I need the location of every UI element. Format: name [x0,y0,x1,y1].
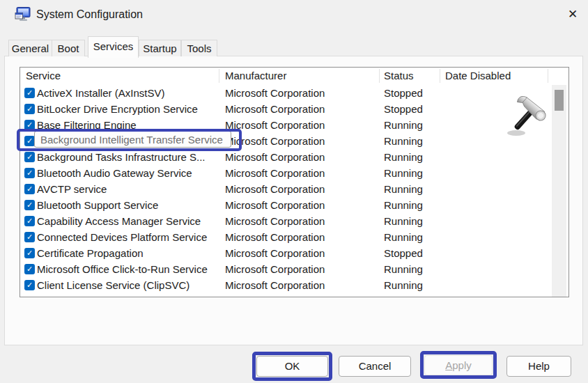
checked-checkbox-icon[interactable]: ✓ [24,264,35,274]
table-row[interactable]: ✓ Connected Devices Platform Service Mic… [20,229,550,245]
checked-checkbox-icon[interactable]: ✓ [24,200,35,210]
service-name: Microsoft Office Click-to-Run Service [37,261,222,277]
service-status: Stopped [384,245,443,261]
checked-checkbox-icon[interactable]: ✓ [24,168,35,178]
service-manufacturer: Microsoft Corporation [225,181,378,197]
service-manufacturer: Microsoft Corporation [225,213,378,229]
table-row[interactable]: ✓ Bluetooth Audio Gateway Service Micros… [20,165,550,181]
table-row[interactable]: ✓ Bluetooth Support Service Microsoft Co… [20,197,550,213]
service-name: AVCTP service [37,181,222,197]
column-divider[interactable] [219,69,219,83]
checked-checkbox-icon[interactable]: ✓ [24,88,35,98]
table-row[interactable]: ✓ Certificate Propagation Microsoft Corp… [20,245,550,261]
tab-tools[interactable]: Tools [181,40,217,56]
checked-checkbox-icon[interactable]: ✓ [24,216,35,226]
service-status: Stopped [384,101,443,117]
service-status: Running [384,229,443,245]
close-icon[interactable]: ✕ [562,3,584,24]
checked-checkbox-icon[interactable]: ✓ [24,184,35,194]
service-name: Background Tasks Infrastructure S... [37,149,222,165]
service-name: ActiveX Installer (AxInstSV) [37,85,222,101]
service-name: Bluetooth Audio Gateway Service [37,165,222,181]
ok-button[interactable]: OK [256,356,328,377]
service-manufacturer: Microsoft Corporation [225,261,378,277]
service-status: Running [384,149,443,165]
service-manufacturer: Microsoft Corporation [225,229,378,245]
service-manufacturer: Microsoft Corporation [225,133,378,149]
checked-checkbox-icon[interactable]: ✓ [24,136,35,146]
column-header-status[interactable]: Status [384,69,414,83]
column-divider[interactable] [440,69,440,83]
service-status: Running [384,133,443,149]
service-manufacturer: Microsoft Corporation [225,197,378,213]
tab-services[interactable]: Services [88,36,139,58]
table-row[interactable]: ✓ Client License Service (ClipSVC) Micro… [20,277,550,293]
service-manufacturer: Microsoft Corporation [225,245,378,261]
service-name-tooltip: Background Intelligent Transfer Service [34,131,231,148]
cancel-button[interactable]: Cancel [339,356,411,377]
service-name: Client License Service (ClipSVC) [37,277,222,293]
service-status: Running [384,261,443,277]
msconfig-app-icon [15,6,31,23]
hammer-cursor-icon [506,96,551,141]
service-status: Running [384,197,443,213]
checked-checkbox-icon[interactable]: ✓ [24,248,35,258]
service-name: Connected Devices Platform Service [37,229,222,245]
scrollbar-thumb[interactable] [555,90,564,111]
system-configuration-dialog: System Configuration ✕ General Boot Serv… [0,0,588,383]
checked-checkbox-icon[interactable]: ✓ [24,120,35,130]
service-manufacturer: Microsoft Corporation [225,101,378,117]
table-row[interactable]: ✓ AVCTP service Microsoft Corporation Ru… [20,181,550,197]
service-name: Bluetooth Support Service [37,197,222,213]
services-table-header: Service Manufacturer Status Date Disable… [20,68,568,84]
service-status: Running [384,277,443,293]
service-name: Capability Access Manager Service [37,213,222,229]
checked-checkbox-icon[interactable]: ✓ [24,280,35,290]
help-button[interactable]: Help [506,356,571,377]
column-header-manufacturer[interactable]: Manufacturer [225,69,286,83]
service-name: BitLocker Drive Encryption Service [37,101,222,117]
checked-checkbox-icon[interactable]: ✓ [24,104,35,114]
service-manufacturer: Microsoft Corporation [225,165,378,181]
service-manufacturer: Microsoft Corporation [225,277,378,293]
table-row[interactable]: ✓ Background Tasks Infrastructure S... M… [20,149,550,165]
service-name: Certificate Propagation [37,245,222,261]
tab-boot[interactable]: Boot [52,40,85,56]
checked-checkbox-icon[interactable]: ✓ [24,152,35,162]
window-title: System Configuration [36,8,143,21]
column-divider[interactable] [379,69,380,83]
table-row[interactable]: ✓ BitLocker Drive Encryption Service Mic… [20,101,550,117]
table-row[interactable]: ✓ Capability Access Manager Service Micr… [20,213,550,229]
tab-startup[interactable]: Startup [139,40,181,56]
service-status: Running [384,117,443,133]
tab-general[interactable]: General [8,40,52,56]
service-status: Stopped [384,85,443,101]
service-manufacturer: Microsoft Corporation [225,85,378,101]
column-header-date-disabled[interactable]: Date Disabled [445,69,511,83]
table-row[interactable]: ✓ ActiveX Installer (AxInstSV) Microsoft… [20,85,550,101]
services-table: Service Manufacturer Status Date Disable… [20,67,569,297]
service-manufacturer: Microsoft Corporation [225,149,378,165]
service-status: Running [384,181,443,197]
column-divider[interactable] [548,69,548,83]
column-header-service[interactable]: Service [26,69,61,83]
service-status: Running [384,213,443,229]
checked-checkbox-icon[interactable]: ✓ [24,232,35,242]
table-row[interactable]: ✓ Microsoft Office Click-to-Run Service … [20,261,550,277]
service-manufacturer: Microsoft Corporation [225,117,378,133]
vertical-scrollbar[interactable] [552,85,566,297]
service-status: Running [384,165,443,181]
apply-button[interactable]: Apply [424,355,493,375]
